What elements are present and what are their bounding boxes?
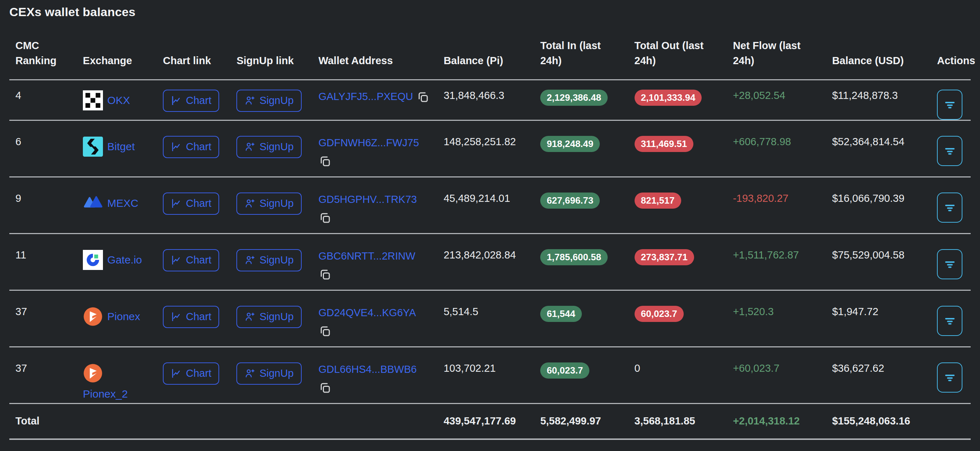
total-in-badge: 61,544 <box>540 306 582 322</box>
signup-button[interactable]: SignUp <box>236 136 301 158</box>
signup-button[interactable]: SignUp <box>236 249 301 272</box>
actions-filter-button[interactable] <box>937 90 963 120</box>
col-header-signup-link: SignUp link <box>230 21 312 79</box>
copy-icon[interactable] <box>318 381 331 394</box>
page-title: CEXs wallet balances <box>10 5 970 19</box>
table-row-gateio: 11 Gate.io Chart SignUp GBC6NRTT...2RINW… <box>10 233 970 290</box>
filter-icon <box>943 98 956 111</box>
chart-button[interactable]: Chart <box>163 249 219 272</box>
total-out-badge: 60,023.7 <box>635 306 684 322</box>
wallet-address-link[interactable]: GD5HGPHV...TRK73 <box>318 194 417 205</box>
net-flow: -193,820.27 <box>733 192 788 204</box>
balance-usd: $52,364,814.54 <box>832 136 905 147</box>
total-net-flow: +2,014,318.12 <box>733 415 800 427</box>
table-header: CMC Ranking Exchange Chart link SignUp l… <box>10 21 970 79</box>
copy-icon[interactable] <box>417 91 430 103</box>
filter-icon <box>943 201 956 214</box>
total-in-badge: 60,023.7 <box>540 362 589 379</box>
exchange-link[interactable]: Pionex <box>107 310 140 322</box>
total-row: Total 439,547,177.69 5,582,499.97 3,568,… <box>10 403 970 439</box>
net-flow: +606,778.98 <box>733 136 791 147</box>
cmc-ranking: 4 <box>16 90 21 101</box>
exchange-link[interactable]: OKX <box>107 94 130 106</box>
total-out-badge: 821,517 <box>635 192 681 209</box>
exchange-link[interactable]: Pionex_2 <box>83 387 152 400</box>
total-in-sum: 5,582,499.97 <box>540 415 601 427</box>
total-in-badge: 918,248.49 <box>540 136 600 152</box>
cex-wallet-balances-panel: CEXs wallet balances CMC Ranking Exchang… <box>0 0 980 440</box>
signup-button[interactable]: SignUp <box>236 192 301 215</box>
copy-icon[interactable] <box>318 211 331 224</box>
actions-filter-button[interactable] <box>937 306 963 336</box>
exchange-link[interactable]: MEXC <box>107 197 138 209</box>
filter-icon <box>943 314 956 327</box>
balance-usd: $11,248,878.3 <box>832 90 898 101</box>
filter-icon <box>943 258 956 271</box>
chart-button[interactable]: Chart <box>163 362 219 385</box>
total-out-value: 0 <box>635 362 640 374</box>
chart-line-icon <box>171 254 182 266</box>
chart-button[interactable]: Chart <box>163 192 219 215</box>
balance-usd: $36,627.62 <box>832 362 884 374</box>
copy-icon[interactable] <box>318 268 331 281</box>
balance-pi: 45,489,214.01 <box>444 192 510 204</box>
chart-line-icon <box>171 141 182 152</box>
col-header-total-in: Total In (last 24h) <box>534 21 628 79</box>
signup-button[interactable]: SignUp <box>236 306 301 328</box>
col-header-balance-usd: Balance (USD) <box>826 21 931 79</box>
chart-button[interactable]: Chart <box>163 136 219 158</box>
table-footer: Total 439,547,177.69 5,582,499.97 3,568,… <box>10 403 970 439</box>
total-in-badge: 1,785,600.58 <box>540 249 608 265</box>
table-row-okx: 4 OKX Chart SignUp GALYJFJ5...PXEQU 31,8… <box>10 79 970 120</box>
table-row-pionex: 37 Pionex Chart SignUp GD24QVE4...KG6YA … <box>10 290 970 347</box>
col-header-wallet-address: Wallet Address <box>312 21 438 79</box>
total-balance-usd: $155,248,063.16 <box>832 415 910 427</box>
signup-button[interactable]: SignUp <box>236 362 301 385</box>
exchange-link[interactable]: Gate.io <box>107 254 142 266</box>
table-row-bitget: 6 Bitget Chart SignUp GDFNWH6Z...FWJ75 1… <box>10 120 970 177</box>
wallet-address-link[interactable]: GD24QVE4...KG6YA <box>318 307 416 318</box>
actions-filter-button[interactable] <box>937 362 963 392</box>
total-in-badge: 2,129,386.48 <box>540 90 608 106</box>
col-header-total-out: Total Out (last 24h) <box>628 21 727 79</box>
chart-line-icon <box>171 198 182 209</box>
cmc-ranking: 6 <box>16 136 21 147</box>
wallet-balances-table: CMC Ranking Exchange Chart link SignUp l… <box>10 21 970 440</box>
filter-icon <box>943 145 956 157</box>
user-plus-icon <box>244 368 255 379</box>
chart-line-icon <box>171 368 182 379</box>
total-out-sum: 3,568,181.85 <box>635 415 695 427</box>
exchange-link[interactable]: Bitget <box>107 141 135 152</box>
bitget-logo <box>83 137 103 157</box>
user-plus-icon <box>244 254 255 266</box>
actions-filter-button[interactable] <box>937 192 963 222</box>
balance-pi: 5,514.5 <box>444 306 479 317</box>
wallet-address-link[interactable]: GDFNWH6Z...FWJ75 <box>318 137 419 148</box>
col-header-balance-pi: Balance (Pi) <box>438 21 535 79</box>
wallet-address-link[interactable]: GALYJFJ5...PXEQU <box>318 91 413 102</box>
okx-logo <box>83 91 103 110</box>
signup-button[interactable]: SignUp <box>236 90 301 112</box>
balance-pi: 148,258,251.82 <box>444 136 516 147</box>
chart-button[interactable]: Chart <box>163 306 219 328</box>
user-plus-icon <box>244 95 255 106</box>
copy-icon[interactable] <box>318 325 331 338</box>
user-plus-icon <box>244 198 255 209</box>
balance-usd: $1,947.72 <box>832 306 878 317</box>
table-row-pionex-2: 37 Pionex_2 Chart SignUp GDL66HS4...BBWB… <box>10 347 970 403</box>
net-flow: +1,520.3 <box>733 306 774 317</box>
copy-icon[interactable] <box>318 155 331 168</box>
actions-filter-button[interactable] <box>937 136 963 166</box>
balance-pi: 213,842,028.84 <box>444 249 516 260</box>
chart-button[interactable]: Chart <box>163 90 219 112</box>
total-balance-pi: 439,547,177.69 <box>444 415 516 427</box>
wallet-address-link[interactable]: GBC6NRTT...2RINW <box>318 250 415 262</box>
wallet-address-link[interactable]: GDL66HS4...BBWB6 <box>318 364 417 375</box>
total-label: Total <box>16 415 40 427</box>
user-plus-icon <box>244 311 255 322</box>
total-out-badge: 311,469.51 <box>635 136 694 152</box>
total-in-badge: 627,696.73 <box>540 192 600 209</box>
total-out-badge: 2,101,333.94 <box>635 90 702 106</box>
cmc-ranking: 37 <box>16 362 27 374</box>
actions-filter-button[interactable] <box>937 249 963 279</box>
